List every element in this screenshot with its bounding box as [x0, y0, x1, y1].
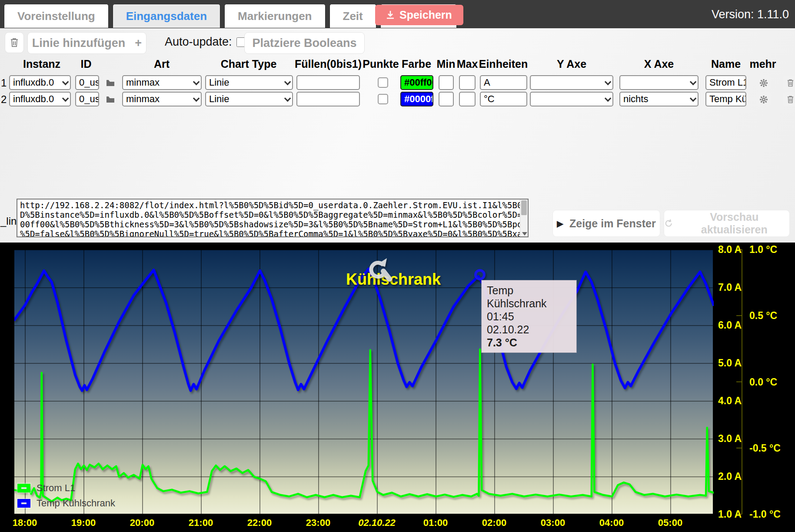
chart-legend: Strom L1 Temp Kühlschrank [17, 482, 115, 513]
browse-id-button[interactable] [103, 92, 117, 106]
chevron-down-icon [193, 78, 200, 85]
top-bar: Voreinstellung Eingangsdaten Markierunge… [0, 0, 795, 28]
max-input[interactable] [459, 92, 476, 106]
id-input[interactable]: 0_us [75, 75, 99, 90]
y-tick-label-c: 1.0 °C [749, 244, 777, 256]
col-farbe: Farbe [402, 58, 431, 70]
y-axe-select[interactable] [530, 75, 613, 90]
scrollbar-thumb[interactable] [521, 200, 527, 215]
refresh-preview-button[interactable]: Vorschau aktualisieren [664, 210, 789, 236]
delete-line-button[interactable] [783, 92, 795, 106]
chart-title: Kühlschrank [346, 270, 441, 289]
instanz-select[interactable]: influxdb.0 [9, 92, 71, 106]
einheiten-input[interactable]: A [480, 75, 527, 90]
tab-voreinstellung[interactable]: Voreinstellung [4, 4, 109, 28]
y-tick-label-c: 0.5 °C [749, 310, 777, 322]
save-label: Speichern [399, 9, 452, 21]
delete-all-lines-button[interactable] [5, 33, 23, 53]
line-settings-button[interactable] [756, 92, 771, 106]
punkte-checkbox[interactable] [378, 77, 388, 88]
chevron-down-icon [284, 78, 291, 85]
y-tick-label-a: 1.0 A [718, 509, 742, 520]
col-max: Max [457, 58, 478, 70]
y-tick-label-c: -1.0 °C [749, 509, 781, 520]
tab-zeit[interactable]: Zeit [329, 4, 376, 28]
chevron-down-icon [62, 78, 69, 85]
farbe-input[interactable]: #0000ff [400, 92, 433, 106]
punkte-checkbox[interactable] [378, 94, 388, 104]
name-input[interactable]: Strom L1 [705, 75, 746, 90]
download-icon [386, 11, 394, 20]
einheiten-input[interactable]: °C [480, 92, 527, 106]
fuellen-input[interactable] [296, 75, 360, 90]
plus-icon: + [135, 37, 142, 50]
chart-type-select[interactable]: Linie [205, 92, 293, 106]
legend-item: Strom L1 [17, 482, 115, 494]
table-header-row: Instanz ID Art Chart Type Füllen(0bis1) … [0, 58, 795, 71]
tab-markierungen[interactable]: Markierungen [224, 4, 326, 28]
scroll-down-arrow-icon[interactable] [522, 232, 527, 236]
y-tick-label-a: 2.0 A [718, 471, 742, 482]
x-tick-label: 03:00 [541, 517, 565, 529]
y-axe-select[interactable] [530, 92, 613, 106]
delete-line-button[interactable] [783, 76, 795, 90]
fuellen-input[interactable] [296, 92, 360, 106]
y-tick-label-c: -0.5 °C [749, 442, 781, 454]
x-tick-label: 04:00 [599, 517, 624, 529]
plot-area[interactable] [14, 249, 713, 514]
min-input[interactable] [439, 75, 454, 90]
save-button[interactable]: Speichern [375, 5, 463, 25]
trash-icon [10, 37, 19, 48]
min-input[interactable] [439, 92, 454, 106]
x-tick-label: 23:00 [306, 517, 330, 529]
x-tick-label: 18:00 [13, 517, 37, 529]
col-art: Art [154, 58, 170, 70]
y-tick-label-a: 4.0 A [718, 395, 742, 407]
show-in-window-button[interactable]: ▶ Zeige im Fenster [553, 210, 660, 236]
add-line-label: Linie hinzufügen [32, 37, 125, 50]
art-select[interactable]: minmax [122, 75, 202, 90]
x-tick-label: 19:00 [71, 517, 96, 529]
y-tick-label-a: 3.0 A [718, 433, 742, 445]
chart-type-select[interactable]: Linie [205, 75, 293, 90]
url-textarea[interactable]: http://192.168.2.24:8082/flot/index.html… [17, 199, 529, 237]
line-settings-button[interactable] [756, 76, 771, 90]
folder-icon [106, 80, 115, 86]
chevron-down-icon [690, 78, 697, 85]
chevron-down-icon [193, 95, 200, 102]
x-axe-select[interactable] [619, 75, 699, 90]
col-min: Min [436, 58, 455, 70]
line-row-1: 1 influxdb.0 0_us minmax Linie #00ff00 A… [0, 75, 795, 91]
instanz-select[interactable]: influxdb.0 [9, 75, 71, 90]
refresh-preview-label: Vorschau aktualisieren [679, 211, 789, 236]
y-tick-label-a: 8.0 A [718, 244, 742, 256]
legend-item: Temp Kühlschrank [17, 498, 115, 509]
place-booleans-button[interactable]: Platziere Booleans [245, 33, 364, 53]
farbe-input[interactable]: #00ff00 [400, 75, 433, 90]
version-text: Version: 1.11.0 [712, 8, 789, 21]
textarea-scrollbar[interactable] [520, 200, 528, 236]
chevron-down-icon [62, 95, 69, 102]
browse-id-button[interactable] [103, 76, 117, 90]
tooltip-date: 02.10.22 [487, 323, 571, 336]
y-tick-label-a: 6.0 A [718, 319, 742, 331]
id-input[interactable]: 0_us [75, 92, 99, 106]
tab-eingangsdaten[interactable]: Eingangsdaten [113, 4, 220, 28]
chevron-down-icon [284, 95, 291, 102]
col-mehr: mehr [749, 58, 776, 70]
gear-icon [759, 79, 768, 87]
tooltip-series-name: Temp Kühlschrank [487, 284, 571, 310]
x-tick-label: 22:00 [247, 517, 272, 529]
name-input[interactable]: Temp Kü [705, 92, 746, 106]
art-select[interactable]: minmax [122, 92, 202, 106]
max-input[interactable] [459, 75, 476, 90]
col-punkte: Punkte [363, 58, 399, 70]
highlight-point-marker [474, 269, 486, 280]
y-tick-label-a: 7.0 A [718, 282, 742, 293]
add-line-button[interactable]: Linie hinzufügen + [28, 33, 146, 53]
show-in-window-label: Zeige im Fenster [569, 217, 656, 230]
col-x-axe: X Axe [644, 58, 674, 70]
tooltip: Temp Kühlschrank 01:45 02.10.22 7.3 °C [482, 280, 576, 352]
x-axe-select[interactable]: nichts [619, 92, 699, 106]
legend-swatch-temp [17, 499, 30, 508]
